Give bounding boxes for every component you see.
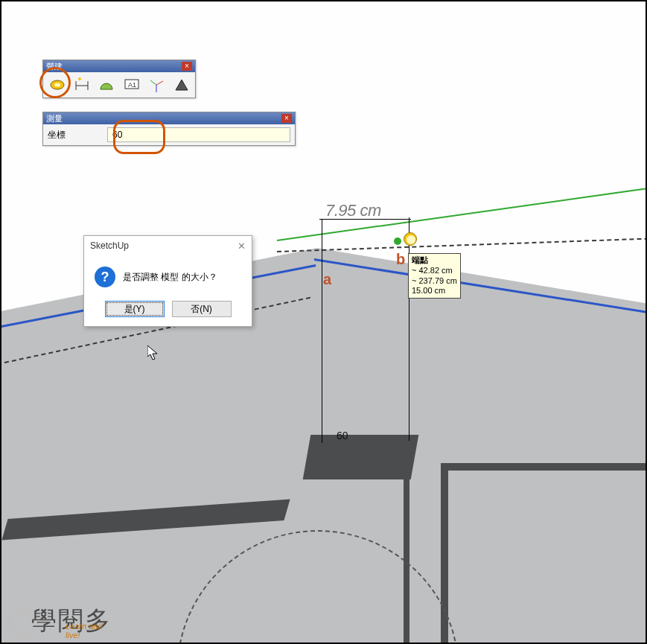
text-label-icon: A1 [123,77,141,92]
svg-text:A1: A1 [128,81,136,89]
measurements-titlebar[interactable]: 測量 × [43,112,295,124]
section-plane-tool-button[interactable] [172,75,191,95]
guide-line [277,237,647,252]
dimension-tool-button[interactable] [72,75,91,95]
close-icon[interactable]: × [182,62,192,71]
dialog-message: 是否調整 模型 的大小？ [123,271,217,284]
tooltip-line: ~ 42.82 cm [412,266,457,276]
annotation-circle [39,67,71,98]
dimension-text: 7.95 cm [325,201,381,220]
floor-dimension-text: 60 [337,430,348,441]
measurements-label: 坐標 [48,129,101,141]
confirm-dialog: SketchUp ✕ ? 是否調整 模型 的大小？ 是(Y) 否(N) [83,235,252,327]
svg-marker-11 [176,80,188,90]
marker-b: b [396,251,405,268]
axes-tool-button[interactable] [147,75,165,95]
svg-line-9 [150,80,156,85]
tooltip-title: 端點 [412,255,457,266]
protractor-tool-button[interactable] [98,75,116,95]
inference-point [394,237,401,245]
measurements-title-text: 測量 [46,113,63,124]
yes-button[interactable]: 是(Y) [105,301,165,317]
text-tool-button[interactable]: A1 [122,75,141,95]
dimension-icon [74,77,90,93]
svg-point-5 [78,77,81,80]
question-icon: ? [95,267,115,287]
marker-a: a [323,271,331,288]
watermark-subtext: Learn and live! [66,622,112,640]
watermark: 學閱多 Learn and live! [7,604,112,638]
tooltip-line: 15.00 cm [412,286,457,296]
extension-line [409,217,409,441]
axes-icon [148,77,165,93]
toolbar-titlebar[interactable]: 營建 × [43,60,195,72]
floorplan-shape [441,463,647,644]
no-button[interactable]: 否(N) [172,301,232,317]
svg-line-8 [156,81,163,85]
measurements-panel[interactable]: 測量 × 坐標 [42,112,296,146]
close-icon[interactable]: × [281,114,292,123]
close-icon[interactable]: ✕ [238,240,246,252]
section-plane-icon [173,77,189,93]
inference-tooltip: 端點 ~ 42.82 cm ~ 237.79 cm 15.00 cm [408,253,461,299]
floorplan-shape [303,435,419,479]
dialog-title-text: SketchUp [90,240,129,252]
tooltip-line: ~ 237.79 cm [412,276,457,287]
tape-measure-cursor-icon [404,232,417,246]
protractor-icon [98,77,115,93]
annotation-circle [113,120,165,154]
extension-line [322,220,322,443]
dialog-titlebar[interactable]: SketchUp ✕ [84,236,252,256]
